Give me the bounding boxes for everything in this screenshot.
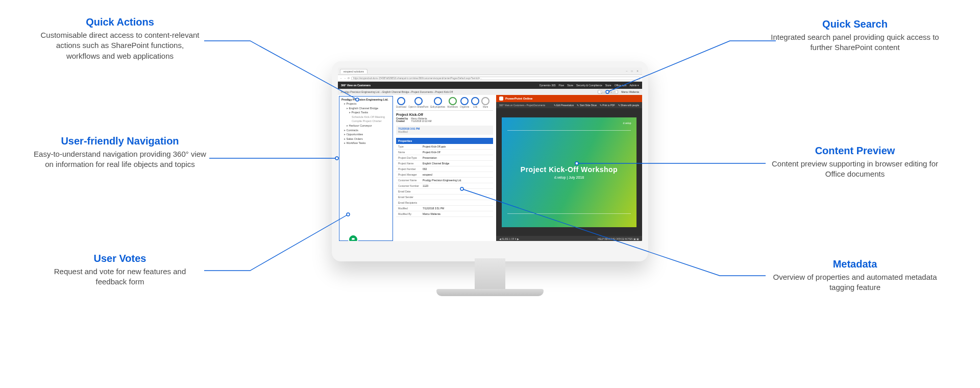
property-value xyxy=(423,190,491,193)
property-value: 7/12/2018 3:51 PM xyxy=(423,207,491,210)
top-link[interactable]: Office.com xyxy=(615,84,627,87)
user-votes-button[interactable] xyxy=(349,235,357,241)
tree-leaf[interactable]: Schedule Kick-Off Meeting xyxy=(352,115,390,119)
callout-body: Easy-to-understand navigation providing … xyxy=(33,149,207,170)
powerpoint-brand-bar: PowerPoint Online xyxy=(496,95,642,102)
tree-root[interactable]: Prodigy Precision Engineering Ltd. xyxy=(341,98,390,101)
organize-icon xyxy=(460,97,469,105)
property-row: Modified7/12/2018 3:51 PM xyxy=(396,206,493,211)
powerpoint-sub-bar: 360° View on Customers › ProjectDocument… xyxy=(496,102,642,108)
properties-header: Properties xyxy=(396,138,493,144)
breadcrumb[interactable]: Prodigy Precision Engineering Ltd. › Eng… xyxy=(341,90,595,93)
pp-action[interactable]: Start Slide Show xyxy=(577,104,597,107)
tree-leaf[interactable]: Compile Project Charter xyxy=(352,119,390,123)
navigation-tree: Prodigy Precision Engineering Ltd. Proje… xyxy=(339,96,393,241)
top-link[interactable]: Flow xyxy=(559,84,565,87)
nav-back-icon[interactable]: ← xyxy=(340,77,342,80)
action-edit-properties[interactable]: Edit properties xyxy=(430,97,445,108)
property-value: Project Kick-Off.pptx xyxy=(423,145,491,148)
sharepoint-icon xyxy=(414,97,423,105)
property-key: Customer Name xyxy=(398,179,423,182)
callout-user-votes: User Votes Request and vote for new feat… xyxy=(38,253,202,287)
property-key: Project Manager xyxy=(398,173,423,176)
top-link[interactable]: Store xyxy=(567,84,573,87)
global-top-bar: 360° View on Customers Dynamics 365 Flow… xyxy=(338,82,642,89)
pp-footer-right[interactable]: HELP IMPROVE OFFICE NOTES ▣ ▣ xyxy=(598,238,639,240)
action-more[interactable]: More xyxy=(481,97,489,108)
app-brand: 360° View on Customers xyxy=(341,84,371,87)
nav-refresh-icon[interactable]: ⟳ xyxy=(348,77,350,80)
slide-subtitle: d.velop | July 2018 xyxy=(554,176,584,179)
context-bar: Prodigy Precision Engineering Ltd. › Eng… xyxy=(338,89,642,95)
action-organize[interactable]: Organize xyxy=(460,97,469,108)
callout-title: User-friendly Navigation xyxy=(33,135,207,147)
top-link[interactable]: Dynamics 365 xyxy=(540,84,556,87)
property-key: Customer Number xyxy=(398,184,423,187)
property-value: 1123 xyxy=(423,184,491,187)
callout-metadata: Metadata Overview of properties and auto… xyxy=(768,258,942,293)
app-screen: ecspand solutions – □ ✕ ← → ⟳ https://ec… xyxy=(338,67,642,241)
tree-node[interactable]: Harbour Conveyor xyxy=(347,124,390,128)
tree-node[interactable]: Sales Orders xyxy=(344,137,390,141)
pp-action[interactable]: Share with people xyxy=(618,104,639,107)
pp-action[interactable]: Edit Presentation xyxy=(554,104,574,107)
current-user[interactable]: Marco Waltenta xyxy=(621,90,639,93)
quick-search-input[interactable]: Quick Search xyxy=(598,90,618,94)
doc-title: Project Kick-Off xyxy=(396,113,493,116)
property-key: Type xyxy=(398,145,423,148)
action-link[interactable]: Link xyxy=(471,97,479,108)
tree-node[interactable]: Project Tasks Schedule Kick-Off Meeting … xyxy=(349,111,390,123)
property-key: Project Name xyxy=(398,162,423,165)
url-field[interactable]: https://ecspandsolutions-154387a8186516.… xyxy=(351,77,640,80)
property-value: Project Kick-Off xyxy=(423,151,491,154)
pp-action[interactable]: Print to PDF xyxy=(600,104,615,107)
property-value: English Channel Bridge xyxy=(423,162,491,165)
callout-navigation: User-friendly Navigation Easy-to-underst… xyxy=(33,135,207,170)
property-row: Project Number002 xyxy=(396,166,493,172)
slide-brand-tag: d.velop xyxy=(623,122,631,125)
quick-actions-toolbar: Download Open in SharePoint Edit propert… xyxy=(396,97,493,111)
property-key: Modified By xyxy=(398,212,423,215)
tree-node[interactable]: Opportunities xyxy=(344,133,390,136)
tree-node[interactable]: Contracts xyxy=(344,129,390,132)
callout-body: Customisable direct access to content-re… xyxy=(38,30,202,61)
property-row: TypeProject Kick-Off.pptx xyxy=(396,144,493,150)
top-admin-menu[interactable]: Admin ▾ xyxy=(629,84,639,87)
window-controls[interactable]: – □ ✕ xyxy=(626,69,642,72)
property-row: Modified ByMarco Waltenta xyxy=(396,211,493,217)
property-row: Customer Number1123 xyxy=(396,183,493,189)
preview-breadcrumb[interactable]: 360° View on Customers › ProjectDocument… xyxy=(499,104,551,107)
slide-counter[interactable]: SLIDE 1 OF 4 xyxy=(499,238,519,240)
action-open-sharepoint[interactable]: Open in SharePoint xyxy=(408,97,428,108)
monitor-stand-neck xyxy=(475,258,505,289)
properties-table: TypeProject Kick-Off.pptxNameProject Kic… xyxy=(396,144,493,217)
slide-divider xyxy=(507,213,631,214)
edit-icon xyxy=(434,97,442,105)
tree-node-projects[interactable]: Projects English Channel Bridge Project … xyxy=(344,102,390,128)
tree-node[interactable]: English Channel Bridge Project Tasks Sch… xyxy=(347,107,390,123)
property-value: Prodigy Precision Engineering Ltd. xyxy=(423,179,491,182)
callout-quick-search: Quick Search Integrated search panel pro… xyxy=(768,18,942,53)
property-key: Email Date xyxy=(398,190,423,193)
top-link[interactable]: Store xyxy=(605,84,611,87)
more-icon xyxy=(481,97,489,105)
tree-node[interactable]: Workflow Tasks xyxy=(344,141,390,145)
doc-created-row: Created byCreated Marco Waltenta7/12/201… xyxy=(396,117,493,123)
top-link[interactable]: Security & Compliance xyxy=(576,84,602,87)
browser-tab[interactable]: ecspand solutions xyxy=(340,69,368,74)
slide-title: Project Kick-Off Workshop xyxy=(521,165,618,174)
callout-title: User Votes xyxy=(38,253,202,264)
slide-divider xyxy=(507,130,631,131)
slide-area[interactable]: d.velop Project Kick-Off Workshop d.velo… xyxy=(496,108,642,236)
action-download[interactable]: Download xyxy=(396,97,406,108)
nav-forward-icon[interactable]: → xyxy=(344,77,347,80)
property-row: NameProject Kick-Off xyxy=(396,150,493,155)
callout-body: Content preview supporting in browser ed… xyxy=(768,159,942,180)
property-key: Project Number xyxy=(398,167,423,171)
callout-title: Quick Actions xyxy=(38,16,202,28)
callout-title: Quick Search xyxy=(768,18,942,30)
action-workflows[interactable]: Workflows xyxy=(447,97,458,108)
property-value: 002 xyxy=(423,167,491,171)
monitor-mockup: ecspand solutions – □ ✕ ← → ⟳ https://ec… xyxy=(332,61,648,296)
powerpoint-footer: SLIDE 1 OF 4 HELP IMPROVE OFFICE NOTES ▣… xyxy=(496,236,642,241)
